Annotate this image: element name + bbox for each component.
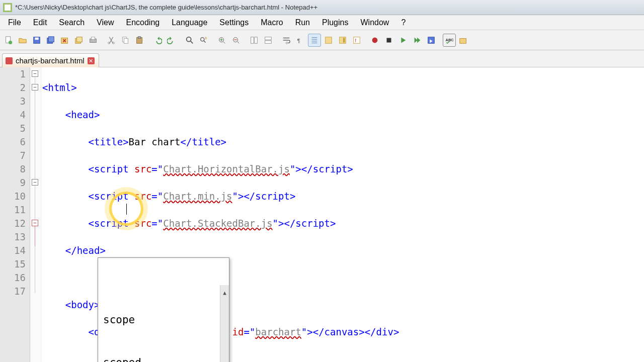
code-text: <head> (65, 109, 100, 120)
menu-encoding[interactable]: Encoding (120, 16, 166, 29)
line-number: 4 (0, 108, 26, 122)
play-macro-button[interactable] (396, 34, 410, 47)
zoom-out-button[interactable] (229, 34, 243, 47)
close-all-button[interactable] (72, 34, 86, 47)
menu-macro[interactable]: Macro (255, 16, 289, 29)
sync-h-button[interactable] (262, 34, 275, 47)
fold-toggle[interactable]: − (32, 220, 38, 226)
code-text: </script> (244, 191, 295, 202)
code-text: id (232, 326, 244, 337)
code-text: <script (89, 191, 135, 202)
new-file-button[interactable] (2, 34, 15, 47)
code-text: <title> (89, 136, 129, 147)
undo-button[interactable] (151, 34, 164, 47)
line-number: 10 (0, 190, 26, 203)
autocomplete-popup[interactable]: scope scoped script scroll se-resize ▲ ▼ (98, 257, 229, 362)
user-lang-button[interactable] (322, 34, 335, 47)
code-text: <script (89, 163, 135, 174)
save-all-button[interactable] (44, 34, 57, 47)
fold-toggle[interactable]: − (32, 70, 38, 77)
line-number: 16 (0, 271, 26, 285)
svg-rect-14 (124, 38, 128, 43)
print-button[interactable] (87, 34, 100, 47)
svg-rect-36 (460, 38, 466, 43)
record-macro-button[interactable] (368, 34, 381, 47)
line-number: 1 (0, 67, 26, 81)
code-text: </title> (181, 136, 227, 147)
play-multi-button[interactable] (411, 34, 424, 47)
menu-settings[interactable]: Settings (213, 16, 255, 29)
stop-macro-button[interactable] (382, 34, 395, 47)
fold-column: − − − − (30, 67, 41, 362)
menu-help[interactable]: ? (395, 16, 412, 29)
line-number: 2 (0, 81, 26, 95)
autocomplete-item[interactable]: scoped (98, 355, 220, 362)
svg-rect-16 (138, 36, 140, 38)
line-number: 14 (0, 244, 26, 257)
svg-text:b: b (205, 36, 207, 40)
file-tab[interactable]: chartjs-barchart.html ✕ (2, 53, 99, 67)
code-text: =" (151, 191, 163, 202)
menu-view[interactable]: View (91, 16, 120, 29)
code-text: =" (151, 218, 163, 229)
paste-button[interactable] (133, 34, 146, 47)
line-number: 11 (0, 203, 26, 217)
tab-label: chartjs-barchart.html (16, 56, 85, 65)
code-text: </canvas></div> (313, 326, 399, 337)
svg-text:¶: ¶ (297, 37, 300, 43)
menu-language[interactable]: Language (166, 16, 213, 29)
sync-v-button[interactable] (248, 34, 261, 47)
save-button[interactable] (30, 34, 43, 47)
show-all-chars-button[interactable]: ¶ (294, 34, 307, 47)
code-text: barchart (255, 326, 301, 337)
code-text: <html> (42, 82, 77, 93)
doc-map-button[interactable] (336, 34, 349, 47)
tab-close-button[interactable]: ✕ (88, 57, 95, 64)
code-text: Chart.min.js (163, 191, 232, 202)
cut-button[interactable] (105, 34, 118, 47)
toolbar: b ¶ f ABC (0, 30, 644, 50)
code-text: </head> (65, 245, 106, 256)
save-macro-button[interactable] (425, 34, 438, 47)
copy-button[interactable] (119, 34, 132, 47)
indent-guide-button[interactable] (308, 34, 321, 47)
svg-rect-25 (265, 40, 272, 43)
line-number: 12 (0, 217, 26, 230)
svg-rect-29 (343, 38, 345, 42)
code-text: </script> (284, 218, 336, 229)
code-text: <body> (65, 299, 100, 310)
code-text: "> (301, 326, 313, 337)
scroll-up-icon[interactable]: ▲ (223, 286, 226, 300)
code-text: =" (151, 163, 163, 174)
menu-window[interactable]: Window (354, 16, 395, 29)
close-button[interactable] (58, 34, 71, 47)
autocomplete-item[interactable]: scope (98, 312, 220, 328)
find-button[interactable] (183, 34, 196, 47)
title-bar: *C:\Users\Nicky\Desktop\chart js\ChartJS… (0, 0, 644, 15)
autocomplete-scrollbar[interactable]: ▲ ▼ (220, 285, 229, 362)
code-text: src (134, 218, 151, 229)
line-number: 13 (0, 230, 26, 244)
menu-run[interactable]: Run (289, 16, 316, 29)
menu-edit[interactable]: Edit (27, 16, 53, 29)
fold-toggle[interactable]: − (32, 179, 38, 186)
fold-toggle[interactable]: − (32, 84, 38, 90)
menu-search[interactable]: Search (53, 16, 91, 29)
spellcheck-button[interactable]: ABC (443, 34, 456, 47)
line-number: 3 (0, 95, 26, 108)
open-file-button[interactable] (16, 34, 29, 47)
wordwrap-button[interactable] (280, 34, 293, 47)
function-list-button[interactable]: f (350, 34, 363, 47)
tab-bar: chartjs-barchart.html ✕ (0, 50, 644, 67)
menu-file[interactable]: File (2, 16, 27, 29)
redo-button[interactable] (165, 34, 178, 47)
replace-button[interactable]: b (197, 34, 210, 47)
editor[interactable]: 1 2 3 4 5 6 7 8 9 10 11 12 13 14 15 16 1… (0, 67, 644, 362)
svg-rect-22 (251, 37, 254, 43)
zoom-in-button[interactable] (215, 34, 228, 47)
line-number: 8 (0, 162, 26, 176)
svg-rect-5 (49, 36, 54, 42)
menu-plugins[interactable]: Plugins (316, 16, 354, 29)
toolbar-extra-button[interactable] (457, 34, 470, 47)
code-area[interactable]: <html> <head> <title>Bar chart</title> <… (41, 67, 644, 362)
